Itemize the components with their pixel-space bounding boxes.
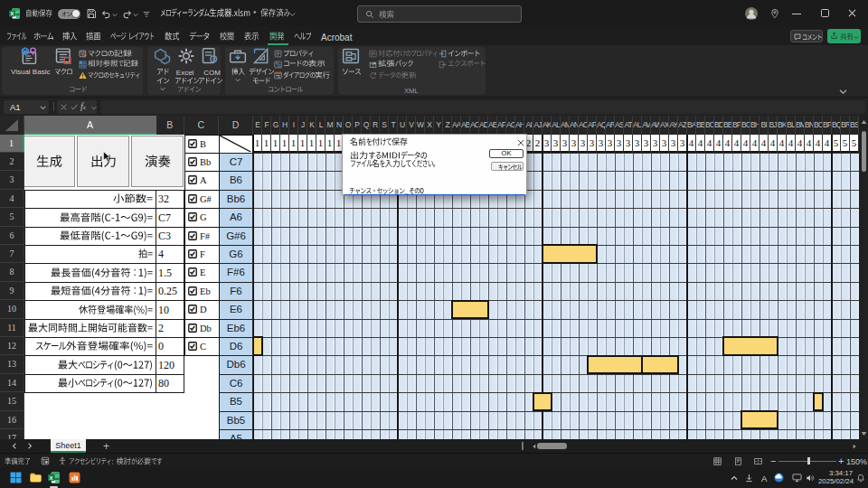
svg-text:X: X [50, 475, 53, 481]
svg-text:X: X [10, 11, 14, 16]
